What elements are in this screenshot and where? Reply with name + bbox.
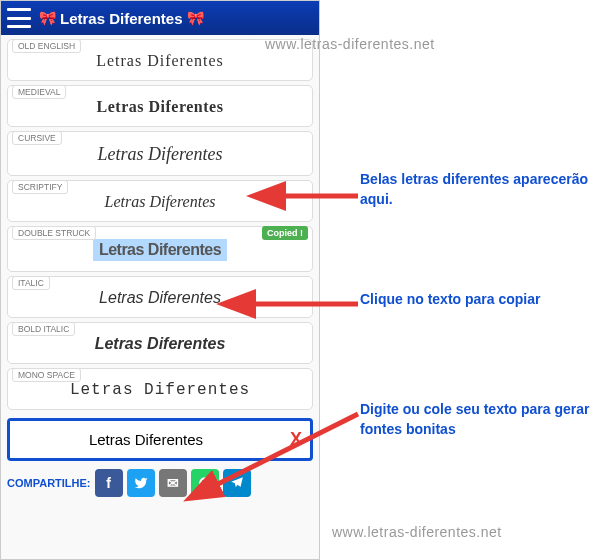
arrow-2 <box>238 294 358 314</box>
font-preview-text: Letras Diferentes <box>12 193 308 211</box>
header: 🎀 Letras Diferentes 🎀 <box>1 1 319 35</box>
font-tag: SCRIPTIFY <box>12 180 68 194</box>
font-preview-text: Letras Diferentes <box>12 335 308 353</box>
arrow-1 <box>268 186 358 206</box>
annotation-copy: Clique no texto para copiar <box>360 290 540 310</box>
font-preview-text: Letras Diferentes <box>12 144 308 165</box>
font-item-bold-italic[interactable]: BOLD ITALICLetras Diferentes <box>7 322 313 364</box>
email-icon[interactable]: ✉ <box>159 469 187 497</box>
font-tag: MEDIEVAL <box>12 85 66 99</box>
font-item-double-struck[interactable]: DOUBLE STRUCKCopied !Letras Diferentes <box>7 226 313 272</box>
share-label: COMPARTILHE: <box>7 477 91 489</box>
font-item-cursive[interactable]: CURSIVELetras Diferentes <box>7 131 313 176</box>
annotations: Belas letras diferentes aparecerão aqui.… <box>330 0 600 560</box>
annotation-input: Digite ou cole seu texto para gerar font… <box>360 400 600 439</box>
font-list[interactable]: OLD ENGLISHLetras DiferentesMEDIEVALLetr… <box>1 35 319 414</box>
font-item-old-english[interactable]: OLD ENGLISHLetras Diferentes <box>7 39 313 81</box>
font-preview-text: Letras Diferentes <box>12 381 308 399</box>
font-preview-text: Letras Diferentes <box>12 52 308 70</box>
font-item-mono-space[interactable]: MONO SPACELetras Diferentes <box>7 368 313 410</box>
svg-line-2 <box>210 414 358 488</box>
font-tag: DOUBLE STRUCK <box>12 226 96 240</box>
bow-icon: 🎀 <box>187 10 204 26</box>
app-title: 🎀 Letras Diferentes 🎀 <box>39 10 204 27</box>
copied-badge: Copied ! <box>262 226 308 240</box>
font-item-medieval[interactable]: MEDIEVALLetras Diferentes <box>7 85 313 127</box>
font-tag: MONO SPACE <box>12 368 81 382</box>
font-tag: BOLD ITALIC <box>12 322 75 336</box>
title-text: Letras Diferentes <box>60 10 183 27</box>
bow-icon: 🎀 <box>39 10 56 26</box>
font-tag: OLD ENGLISH <box>12 39 81 53</box>
watermark: www.letras-diferentes.net <box>332 524 502 540</box>
font-tag: CURSIVE <box>12 131 62 145</box>
facebook-icon[interactable]: f <box>95 469 123 497</box>
menu-icon[interactable] <box>7 8 31 28</box>
font-preview-text: Letras Diferentes <box>93 239 227 261</box>
annotation-preview: Belas letras diferentes aparecerão aqui. <box>360 170 600 209</box>
twitter-icon[interactable] <box>127 469 155 497</box>
font-preview-text: Letras Diferentes <box>12 98 308 116</box>
arrow-3 <box>200 408 360 498</box>
font-tag: ITALIC <box>12 276 50 290</box>
